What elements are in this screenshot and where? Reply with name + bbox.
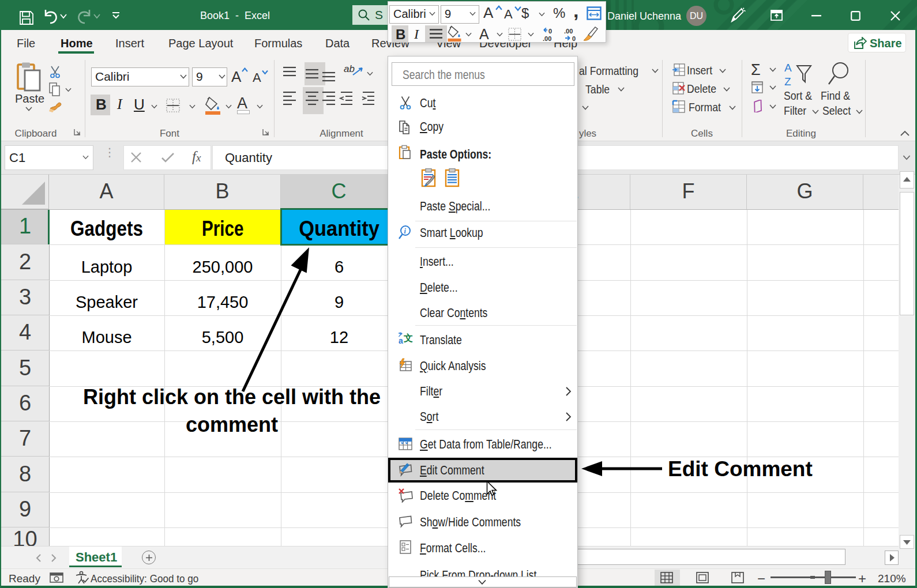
svg-text:0: 0 bbox=[572, 35, 576, 42]
svg-text:.00: .00 bbox=[564, 28, 573, 35]
svg-text:.00: .00 bbox=[543, 35, 551, 42]
svg-text:Z: Z bbox=[784, 76, 791, 88]
svg-text:0: 0 bbox=[548, 28, 552, 35]
svg-text:a: a bbox=[399, 336, 403, 345]
svg-text:i: i bbox=[404, 227, 407, 235]
svg-text:A: A bbox=[784, 62, 792, 74]
svg-text:文: 文 bbox=[403, 333, 413, 343]
